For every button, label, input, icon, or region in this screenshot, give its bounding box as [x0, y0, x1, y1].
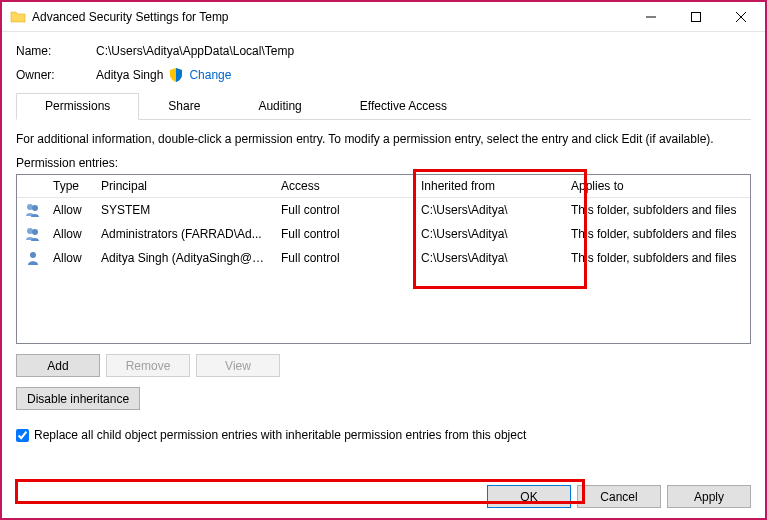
replace-checkbox[interactable] — [16, 429, 29, 442]
col-type[interactable]: Type — [45, 175, 93, 197]
cell-principal: Administrators (FARRAD\Ad... — [93, 223, 273, 245]
permission-table: Type Principal Access Inherited from App… — [16, 174, 751, 344]
tab-permissions[interactable]: Permissions — [16, 93, 139, 120]
tab-effective-access[interactable]: Effective Access — [331, 93, 476, 120]
tab-auditing[interactable]: Auditing — [229, 93, 330, 120]
content-area: Name: C:\Users\Aditya\AppData\Local\Temp… — [2, 32, 765, 518]
tab-share[interactable]: Share — [139, 93, 229, 120]
cell-inherited: C:\Users\Aditya\ — [413, 247, 563, 269]
svg-rect-1 — [691, 12, 700, 21]
principal-icon — [17, 246, 45, 270]
name-label: Name: — [16, 44, 96, 58]
principal-icon — [17, 198, 45, 222]
owner-label: Owner: — [16, 68, 96, 82]
owner-name: Aditya Singh — [96, 68, 163, 82]
cell-applies: This folder, subfolders and files — [563, 199, 750, 221]
replace-checkbox-label: Replace all child object permission entr… — [34, 428, 526, 442]
replace-checkbox-row[interactable]: Replace all child object permission entr… — [16, 428, 751, 442]
view-button: View — [196, 354, 280, 377]
entry-buttons: Add Remove View — [16, 354, 751, 377]
table-header: Type Principal Access Inherited from App… — [17, 175, 750, 198]
svg-point-8 — [30, 252, 36, 258]
svg-point-6 — [27, 228, 33, 234]
col-access[interactable]: Access — [273, 175, 413, 197]
owner-row: Owner: Aditya Singh Change — [16, 68, 751, 82]
inheritance-buttons: Disable inheritance — [16, 387, 751, 410]
apply-button[interactable]: Apply — [667, 485, 751, 508]
close-button[interactable] — [718, 3, 763, 31]
name-row: Name: C:\Users\Aditya\AppData\Local\Temp — [16, 44, 751, 58]
maximize-button[interactable] — [673, 3, 718, 31]
change-owner-link[interactable]: Change — [189, 68, 231, 82]
cell-type: Allow — [45, 223, 93, 245]
folder-icon — [10, 9, 26, 25]
svg-point-4 — [27, 204, 33, 210]
cell-type: Allow — [45, 247, 93, 269]
window-controls — [628, 3, 763, 31]
add-button[interactable]: Add — [16, 354, 100, 377]
cell-principal: Aditya Singh (AdityaSingh@o... — [93, 247, 273, 269]
disable-inheritance-button[interactable]: Disable inheritance — [16, 387, 140, 410]
table-row[interactable]: Allow SYSTEM Full control C:\Users\Adity… — [17, 198, 750, 222]
svg-point-7 — [32, 229, 38, 235]
cell-access: Full control — [273, 199, 413, 221]
table-row[interactable]: Allow Aditya Singh (AdityaSingh@o... Ful… — [17, 246, 750, 270]
col-icon[interactable] — [17, 175, 45, 197]
dialog-buttons: OK Cancel Apply — [487, 485, 751, 508]
principal-icon — [17, 222, 45, 246]
cell-inherited: C:\Users\Aditya\ — [413, 199, 563, 221]
col-inherited[interactable]: Inherited from — [413, 175, 563, 197]
col-applies[interactable]: Applies to — [563, 175, 750, 197]
cell-applies: This folder, subfolders and files — [563, 247, 750, 269]
window-title: Advanced Security Settings for Temp — [32, 10, 628, 24]
svg-point-5 — [32, 205, 38, 211]
name-value: C:\Users\Aditya\AppData\Local\Temp — [96, 44, 294, 58]
cell-access: Full control — [273, 247, 413, 269]
ok-button[interactable]: OK — [487, 485, 571, 508]
minimize-button[interactable] — [628, 3, 673, 31]
hint-text: For additional information, double-click… — [16, 132, 751, 146]
cell-applies: This folder, subfolders and files — [563, 223, 750, 245]
titlebar: Advanced Security Settings for Temp — [2, 2, 765, 32]
owner-value: Aditya Singh Change — [96, 68, 231, 82]
cell-access: Full control — [273, 223, 413, 245]
cancel-button[interactable]: Cancel — [577, 485, 661, 508]
col-principal[interactable]: Principal — [93, 175, 273, 197]
shield-icon — [169, 68, 183, 82]
table-row[interactable]: Allow Administrators (FARRAD\Ad... Full … — [17, 222, 750, 246]
cell-inherited: C:\Users\Aditya\ — [413, 223, 563, 245]
cell-type: Allow — [45, 199, 93, 221]
cell-principal: SYSTEM — [93, 199, 273, 221]
remove-button: Remove — [106, 354, 190, 377]
entries-label: Permission entries: — [16, 156, 751, 170]
tabs: Permissions Share Auditing Effective Acc… — [16, 92, 751, 120]
